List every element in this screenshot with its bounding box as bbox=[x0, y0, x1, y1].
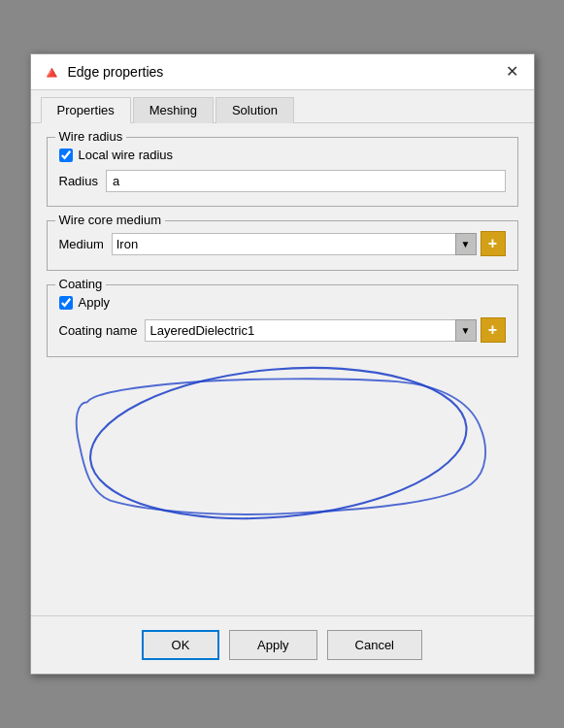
apply-coating-label: Apply bbox=[79, 295, 111, 310]
apply-button[interactable]: Apply bbox=[229, 630, 317, 660]
medium-add-button[interactable]: + bbox=[481, 231, 506, 256]
medium-label: Medium bbox=[59, 237, 104, 251]
coating-select-wrapper: LayeredDielectric1 LayeredDielectric2 ▼ … bbox=[145, 317, 505, 343]
radius-label: Radius bbox=[59, 174, 98, 188]
apply-coating-checkbox[interactable] bbox=[59, 296, 73, 310]
tab-bar: Properties Meshing Solution bbox=[31, 90, 534, 123]
wire-core-group: Wire core medium Medium Iron Copper Silv… bbox=[47, 220, 518, 271]
local-wire-radius-checkbox[interactable] bbox=[59, 149, 73, 162]
medium-select-wrapper: Iron Copper Silver Gold ▼ + bbox=[112, 231, 506, 256]
edge-properties-dialog: 🔺 Edge properties ✕ Properties Meshing S… bbox=[30, 53, 535, 675]
wire-core-group-label: Wire core medium bbox=[55, 213, 165, 227]
coating-group-label: Coating bbox=[55, 277, 107, 291]
coating-group: Coating Apply Coating name LayeredDielec… bbox=[47, 284, 518, 357]
content-wrapper: Wire radius Local wire radius Radius Wir… bbox=[31, 123, 534, 615]
tab-content-properties: Wire radius Local wire radius Radius Wir… bbox=[31, 123, 534, 384]
medium-select[interactable]: Iron Copper Silver Gold bbox=[112, 233, 477, 255]
local-wire-radius-row: Local wire radius bbox=[59, 148, 506, 162]
coating-name-select[interactable]: LayeredDielectric1 LayeredDielectric2 bbox=[145, 319, 476, 342]
coating-add-button[interactable]: + bbox=[481, 317, 506, 343]
coating-name-label: Coating name bbox=[59, 323, 138, 338]
dialog-footer: OK Apply Cancel bbox=[31, 615, 534, 674]
wire-radius-group-label: Wire radius bbox=[55, 129, 127, 144]
apply-coating-row: Apply bbox=[59, 295, 506, 310]
medium-select-container: Iron Copper Silver Gold ▼ bbox=[112, 233, 477, 255]
tab-solution[interactable]: Solution bbox=[216, 97, 294, 123]
coating-select-container: LayeredDielectric1 LayeredDielectric2 ▼ bbox=[145, 319, 476, 342]
close-button[interactable]: ✕ bbox=[500, 62, 524, 82]
app-icon: 🔺 bbox=[41, 62, 60, 82]
dialog-title: Edge properties bbox=[68, 64, 164, 80]
tab-properties[interactable]: Properties bbox=[41, 97, 131, 123]
medium-row: Medium Iron Copper Silver Gold ▼ bbox=[59, 231, 506, 256]
radius-row: Radius bbox=[59, 170, 506, 192]
title-bar: 🔺 Edge properties ✕ bbox=[31, 54, 534, 90]
coating-name-row: Coating name LayeredDielectric1 LayeredD… bbox=[59, 317, 506, 343]
local-wire-radius-label: Local wire radius bbox=[79, 148, 174, 162]
wire-radius-group: Wire radius Local wire radius Radius bbox=[47, 137, 518, 207]
title-bar-left: 🔺 Edge properties bbox=[41, 62, 164, 82]
ok-button[interactable]: OK bbox=[142, 630, 219, 660]
radius-input[interactable] bbox=[106, 170, 506, 192]
cancel-button[interactable]: Cancel bbox=[327, 630, 422, 660]
tab-meshing[interactable]: Meshing bbox=[133, 97, 214, 123]
